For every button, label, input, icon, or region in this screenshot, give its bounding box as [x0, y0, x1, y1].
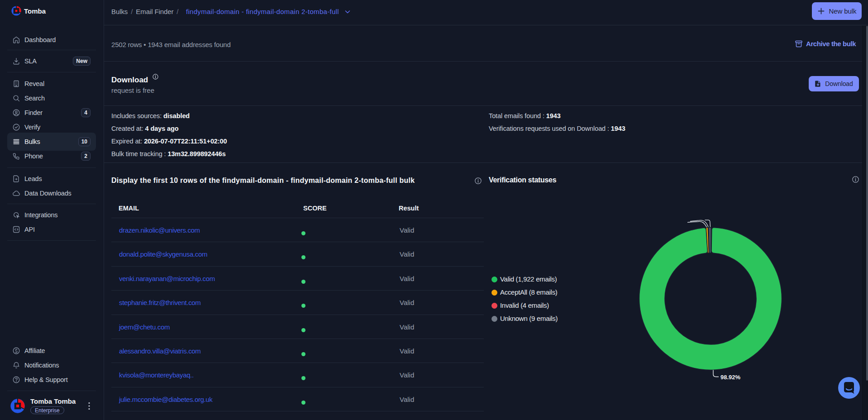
svg-text:98.92%: 98.92% — [720, 374, 741, 381]
